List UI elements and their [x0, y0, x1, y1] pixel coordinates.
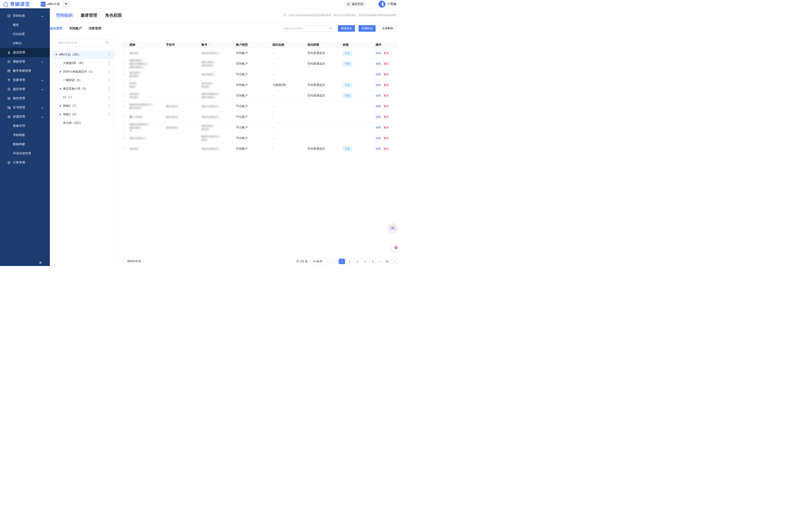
tree-node-7[interactable]: 班级1（9） — [52, 110, 114, 119]
tab-main-0[interactable]: 空间组织 — [56, 13, 73, 18]
sidebar-item-15[interactable]: 环境存储管理 — [0, 149, 50, 158]
row-checkbox[interactable] — [123, 115, 126, 118]
sidebar-item-13[interactable]: 考核模版 — [0, 131, 50, 140]
edit-link[interactable]: 编辑 — [376, 62, 381, 65]
row-checkbox[interactable] — [123, 137, 126, 140]
kebab-menu-icon[interactable] — [109, 96, 110, 99]
row-checkbox[interactable] — [123, 73, 126, 76]
search-icon[interactable] — [105, 41, 109, 44]
page-size-select[interactable]: 10 条/页 — [310, 259, 330, 264]
sidebar-item-11[interactable]: 资源管理 — [0, 112, 50, 121]
tree-node-3[interactable]: 一期培训（6） — [52, 76, 114, 84]
row-checkbox[interactable] — [123, 147, 126, 150]
caret-right-icon[interactable] — [59, 71, 62, 73]
next-page-button[interactable]: › — [391, 259, 398, 264]
search-icon[interactable] — [329, 27, 332, 30]
row-checkbox[interactable] — [123, 105, 126, 108]
tree-node-8[interactable]: 未分组（221） — [52, 119, 114, 127]
row-checkbox[interactable] — [123, 126, 126, 129]
sidebar-item-7[interactable]: 竞赛管理 — [0, 75, 50, 84]
batch-move-button[interactable]: 批量移动 — [358, 25, 376, 32]
page-button-30[interactable]: 30 — [384, 259, 390, 264]
sidebar-item-0[interactable]: 空间信息 — [0, 11, 50, 20]
tree-node-1[interactable]: 大数据3班（45） — [52, 59, 114, 68]
page-button-5[interactable]: 5 — [370, 259, 376, 264]
edit-link[interactable]: 编辑 — [376, 104, 381, 108]
edit-link[interactable]: 编辑 — [376, 83, 381, 87]
delete-link[interactable]: 删除 — [384, 115, 389, 118]
chevron-down-icon[interactable] — [41, 60, 43, 63]
sidebar-item-6[interactable]: 教学班级管理 — [0, 66, 50, 75]
delete-link[interactable]: 删除 — [384, 104, 389, 108]
tree-node-6[interactable]: 班级2（7） — [52, 102, 114, 110]
sidebar-item-12[interactable]: 镜像管理 — [0, 121, 50, 131]
kebab-menu-icon[interactable] — [109, 113, 110, 116]
tab-sub-0[interactable]: 成员管理 — [50, 26, 62, 31]
member-search-input[interactable] — [281, 25, 334, 32]
sidebar-item-8[interactable]: 题目管理 — [0, 84, 50, 94]
sidebar-item-1[interactable]: 概览 — [0, 20, 50, 30]
sidebar-item-9[interactable]: 报告管理 — [0, 94, 50, 103]
prev-page-button[interactable]: ‹ — [331, 259, 337, 264]
tree-node-0[interactable]: offer计划（291） — [52, 51, 114, 59]
delete-link[interactable]: 删除 — [384, 136, 389, 140]
sidebar-item-5[interactable]: 课程管理 — [0, 57, 50, 66]
edit-link[interactable]: 编辑 — [376, 94, 381, 97]
org-select-all-checkbox[interactable] — [123, 260, 126, 263]
workspace-selector[interactable]: 青椒Offer计划 offer计划 — [40, 1, 70, 7]
kebab-menu-icon[interactable] — [109, 79, 110, 82]
page-button-2[interactable]: 2 — [347, 259, 353, 264]
sidebar-item-3[interactable]: 控制台 — [0, 39, 50, 48]
tree-node-5[interactable]: 12（7） — [52, 93, 114, 102]
sidebar-item-16[interactable]: 订单管理 — [0, 158, 50, 167]
page-button-1[interactable]: 1 — [339, 259, 345, 264]
sidebar-item-4[interactable]: 成员管理 — [0, 48, 50, 57]
edit-link[interactable]: 编辑 — [376, 136, 381, 140]
delete-link[interactable]: 删除 — [384, 62, 389, 65]
chevron-down-icon[interactable] — [62, 3, 70, 5]
sidebar-item-10[interactable]: 证书管理 — [0, 103, 50, 112]
delete-link[interactable]: 删除 — [384, 52, 389, 55]
batch-delete-button[interactable]: 批量删除 — [379, 25, 396, 32]
kebab-menu-icon[interactable] — [109, 87, 110, 91]
select-all-checkbox[interactable] — [123, 43, 126, 46]
chevron-down-icon[interactable] — [41, 106, 43, 109]
org-search-input[interactable] — [55, 39, 111, 46]
edit-link[interactable]: 编辑 — [376, 115, 381, 118]
row-checkbox[interactable] — [123, 52, 126, 55]
sidebar-item-2[interactable]: 空间设置 — [0, 30, 50, 39]
tab-main-1[interactable]: 邀请管理 — [80, 13, 97, 18]
kebab-menu-icon[interactable] — [109, 104, 110, 108]
tree-node-2[interactable]: 2024小米集团交付（1） — [52, 68, 114, 76]
chevron-up-icon[interactable] — [41, 15, 43, 17]
return-space-button[interactable]: 返回空间 — [344, 1, 366, 7]
kebab-menu-icon[interactable] — [109, 53, 110, 56]
chevron-up-icon[interactable] — [41, 115, 43, 118]
row-checkbox[interactable] — [123, 83, 126, 87]
tab-sub-1[interactable]: 空间账户 — [69, 26, 82, 31]
caret-right-icon[interactable] — [59, 88, 62, 90]
edit-link[interactable]: 编辑 — [376, 126, 381, 129]
page-button-3[interactable]: 3 — [354, 259, 360, 264]
chevron-down-icon[interactable] — [41, 79, 43, 81]
delete-link[interactable]: 删除 — [384, 126, 389, 129]
caret-right-icon[interactable] — [59, 105, 62, 107]
row-checkbox[interactable] — [123, 62, 126, 65]
caret-right-icon[interactable] — [59, 113, 62, 115]
sidebar-item-14[interactable]: 镜像构建 — [0, 140, 50, 149]
row-checkbox[interactable] — [123, 94, 126, 97]
chevron-down-icon[interactable] — [41, 88, 43, 91]
delete-link[interactable]: 删除 — [384, 83, 389, 87]
filter-funnel-icon[interactable] — [208, 43, 211, 46]
brain-widget-button[interactable] — [391, 244, 399, 252]
avatar[interactable] — [378, 1, 386, 8]
edit-link[interactable]: 编辑 — [376, 73, 381, 76]
kebab-menu-icon[interactable] — [109, 62, 110, 65]
invite-member-button[interactable]: 邀请成员 — [338, 25, 355, 32]
tree-node-4[interactable]: 海淀实验小学（5） — [52, 84, 114, 93]
sidebar-collapse-button[interactable]: « — [39, 260, 41, 265]
edit-link[interactable]: 编辑 — [376, 52, 381, 55]
edit-link[interactable]: 编辑 — [376, 147, 381, 150]
delete-link[interactable]: 删除 — [384, 94, 389, 97]
caret-down-icon[interactable] — [55, 54, 58, 55]
